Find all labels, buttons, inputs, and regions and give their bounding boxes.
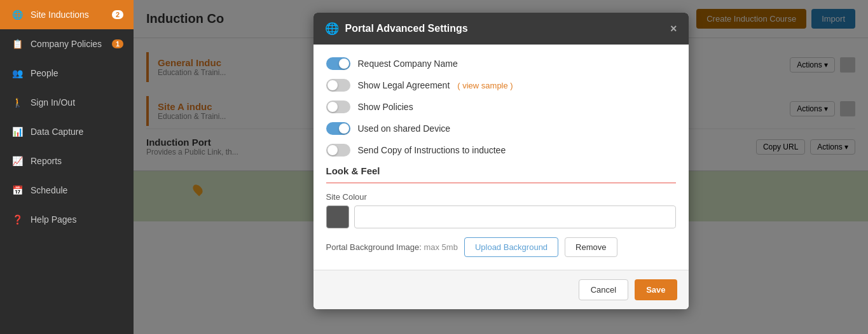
modal-footer: Cancel Save (313, 270, 689, 309)
site-colour-label: Site Colour (326, 192, 676, 202)
toggle-label-show-policies: Show Policies (358, 102, 413, 112)
toggle-request-company-name[interactable] (326, 57, 350, 70)
view-sample-link[interactable]: ( view sample ) (457, 81, 513, 90)
signin-icon: 🚶 (10, 95, 24, 109)
sidebar: 🌐 Site Inductions 2 📋 Company Policies 1… (0, 0, 134, 334)
sidebar-label-company-policies: Company Policies (31, 39, 106, 49)
save-button[interactable]: Save (635, 279, 677, 300)
modal-body: Request Company Name Show Legal Agreemen… (313, 45, 689, 270)
sidebar-item-data-capture[interactable]: 📊 Data Capture (0, 117, 134, 146)
sidebar-label-data-capture: Data Capture (31, 127, 123, 137)
sidebar-label-people: People (31, 68, 123, 78)
main-content: Induction Co Create Induction Course Imp… (134, 0, 868, 334)
help-icon: ❓ (10, 212, 24, 226)
modal-overlay: 🌐 Portal Advanced Settings × Request Com… (134, 0, 868, 334)
look-feel-title: Look & Feel (326, 165, 676, 176)
globe-icon: 🌐 (325, 22, 339, 36)
sidebar-label-schedule: Schedule (31, 185, 123, 195)
sidebar-badge-site-inductions: 2 (112, 10, 123, 19)
toggle-label-show-legal-agreement: Show Legal Agreement (358, 80, 450, 90)
reports-icon: 📈 (10, 154, 24, 168)
sidebar-item-company-policies[interactable]: 📋 Company Policies 1 (0, 29, 134, 59)
toggle-send-copy[interactable] (326, 144, 350, 157)
toggle-row-send-copy: Send Copy of Instructions to inductee (326, 144, 676, 157)
modal-header: 🌐 Portal Advanced Settings × (313, 13, 689, 45)
modal-title: Portal Advanced Settings (345, 23, 468, 34)
induction-icon: 🌐 (10, 8, 24, 22)
toggle-shared-device[interactable] (326, 122, 350, 135)
modal-header-left: 🌐 Portal Advanced Settings (325, 22, 468, 36)
sidebar-label-reports: Reports (31, 156, 123, 166)
sidebar-item-people[interactable]: 👥 People (0, 59, 134, 88)
toggle-show-legal-agreement[interactable] (326, 79, 350, 92)
sidebar-item-sign-in-out[interactable]: 🚶 Sign In/Out (0, 88, 134, 117)
sidebar-label-site-inductions: Site Inductions (31, 10, 106, 20)
toggle-knob-request-company-name (339, 59, 349, 69)
bg-image-row: Portal Background Image: max 5mb Upload … (326, 237, 676, 257)
toggle-label-request-company-name: Request Company Name (358, 59, 458, 69)
policies-icon: 📋 (10, 37, 24, 51)
toggle-row-request-company-name: Request Company Name (326, 57, 676, 70)
cancel-button[interactable]: Cancel (579, 279, 628, 300)
sidebar-item-site-inductions[interactable]: 🌐 Site Inductions 2 (0, 0, 134, 29)
bg-image-label: Portal Background Image: max 5mb (326, 242, 458, 252)
bg-image-max: max 5mb (424, 242, 457, 252)
sidebar-item-reports[interactable]: 📈 Reports (0, 146, 134, 176)
sidebar-label-help-pages: Help Pages (31, 214, 123, 225)
look-feel-section: Look & Feel Site Colour Portal Backgroun… (326, 165, 676, 257)
sidebar-item-schedule[interactable]: 📅 Schedule (0, 176, 134, 205)
colour-swatch[interactable] (326, 205, 349, 228)
schedule-icon: 📅 (10, 183, 24, 197)
toggle-row-show-policies: Show Policies (326, 101, 676, 113)
people-icon: 👥 (10, 66, 24, 80)
remove-background-button[interactable]: Remove (565, 237, 617, 257)
capture-icon: 📊 (10, 125, 24, 139)
toggle-knob-shared-device (339, 123, 349, 134)
section-separator (326, 183, 676, 183)
colour-input[interactable] (354, 205, 676, 228)
sidebar-label-sign-in-out: Sign In/Out (31, 97, 123, 108)
toggle-knob-show-policies (327, 102, 338, 112)
sidebar-badge-company-policies: 1 (112, 39, 123, 48)
upload-background-button[interactable]: Upload Background (464, 237, 558, 257)
toggle-label-shared-device: Used on shared Device (358, 123, 451, 134)
toggle-row-shared-device: Used on shared Device (326, 122, 676, 135)
sidebar-item-help-pages[interactable]: ❓ Help Pages (0, 205, 134, 234)
toggle-knob-send-copy (327, 145, 338, 155)
toggle-label-send-copy: Send Copy of Instructions to inductee (358, 145, 506, 155)
modal-portal-advanced: 🌐 Portal Advanced Settings × Request Com… (313, 13, 689, 309)
toggle-row-show-legal-agreement: Show Legal Agreement ( view sample ) (326, 79, 676, 92)
toggle-knob-show-legal-agreement (327, 80, 338, 90)
close-icon[interactable]: × (670, 23, 677, 34)
toggle-show-policies[interactable] (326, 101, 350, 113)
colour-row (326, 205, 676, 228)
